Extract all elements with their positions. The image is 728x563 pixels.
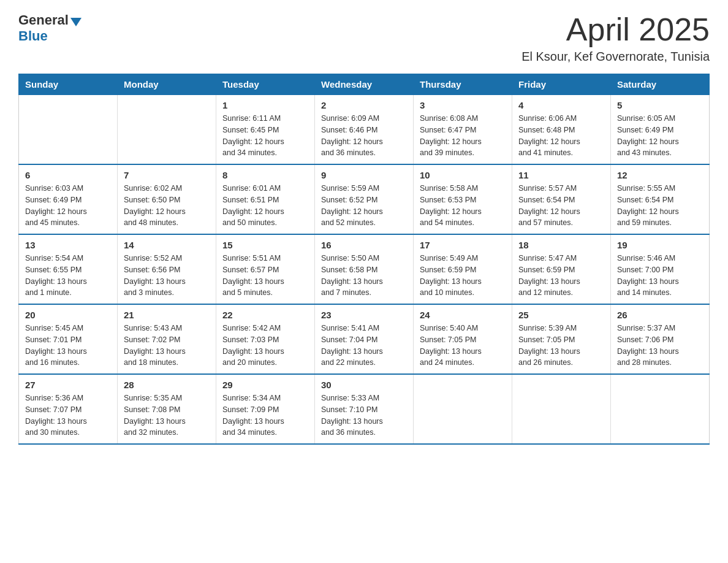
day-info: Sunrise: 5:34 AM Sunset: 7:09 PM Dayligh…	[222, 393, 308, 439]
calendar-cell: 20Sunrise: 5:45 AM Sunset: 7:01 PM Dayli…	[19, 304, 118, 374]
day-info: Sunrise: 5:41 AM Sunset: 7:04 PM Dayligh…	[321, 323, 407, 369]
calendar-week-4: 20Sunrise: 5:45 AM Sunset: 7:01 PM Dayli…	[19, 304, 710, 374]
logo-triangle-icon	[70, 18, 82, 26]
day-number: 10	[420, 170, 506, 180]
calendar-body: 1Sunrise: 6:11 AM Sunset: 6:45 PM Daylig…	[19, 95, 710, 445]
calendar-cell: 6Sunrise: 6:03 AM Sunset: 6:49 PM Daylig…	[19, 164, 118, 234]
header-day-wednesday: Wednesday	[315, 74, 414, 95]
day-info: Sunrise: 5:36 AM Sunset: 7:07 PM Dayligh…	[25, 393, 111, 439]
page-header: General Blue April 2025 El Ksour, Kef Go…	[18, 12, 710, 64]
day-info: Sunrise: 5:54 AM Sunset: 6:55 PM Dayligh…	[25, 253, 111, 299]
day-info: Sunrise: 5:47 AM Sunset: 6:59 PM Dayligh…	[518, 253, 604, 299]
calendar-cell: 12Sunrise: 5:55 AM Sunset: 6:54 PM Dayli…	[611, 164, 710, 234]
day-number: 2	[321, 100, 407, 110]
day-number: 25	[518, 310, 604, 320]
calendar-week-5: 27Sunrise: 5:36 AM Sunset: 7:07 PM Dayli…	[19, 374, 710, 444]
day-number: 11	[518, 170, 604, 180]
header-row: SundayMondayTuesdayWednesdayThursdayFrid…	[19, 74, 710, 95]
logo-blue-text: Blue	[18, 28, 48, 44]
day-info: Sunrise: 5:45 AM Sunset: 7:01 PM Dayligh…	[25, 323, 111, 369]
day-info: Sunrise: 5:59 AM Sunset: 6:52 PM Dayligh…	[321, 183, 407, 229]
day-info: Sunrise: 6:02 AM Sunset: 6:50 PM Dayligh…	[124, 183, 210, 229]
day-info: Sunrise: 6:05 AM Sunset: 6:49 PM Dayligh…	[617, 113, 703, 159]
day-info: Sunrise: 5:46 AM Sunset: 7:00 PM Dayligh…	[617, 253, 703, 299]
day-number: 4	[518, 100, 604, 110]
day-number: 7	[124, 170, 210, 180]
day-number: 30	[321, 380, 407, 390]
calendar-cell: 29Sunrise: 5:34 AM Sunset: 7:09 PM Dayli…	[216, 374, 315, 444]
day-number: 29	[222, 380, 308, 390]
calendar-cell: 17Sunrise: 5:49 AM Sunset: 6:59 PM Dayli…	[414, 234, 512, 304]
day-number: 1	[222, 100, 308, 110]
day-number: 21	[124, 310, 210, 320]
day-info: Sunrise: 5:35 AM Sunset: 7:08 PM Dayligh…	[124, 393, 210, 439]
calendar-week-1: 1Sunrise: 6:11 AM Sunset: 6:45 PM Daylig…	[19, 95, 710, 165]
calendar-cell: 26Sunrise: 5:37 AM Sunset: 7:06 PM Dayli…	[611, 304, 710, 374]
day-number: 28	[124, 380, 210, 390]
day-number: 3	[420, 100, 506, 110]
day-number: 22	[222, 310, 308, 320]
day-info: Sunrise: 6:03 AM Sunset: 6:49 PM Dayligh…	[25, 183, 111, 229]
day-info: Sunrise: 6:06 AM Sunset: 6:48 PM Dayligh…	[518, 113, 604, 159]
day-number: 6	[25, 170, 111, 180]
day-info: Sunrise: 5:57 AM Sunset: 6:54 PM Dayligh…	[518, 183, 604, 229]
day-number: 24	[420, 310, 506, 320]
calendar-cell: 13Sunrise: 5:54 AM Sunset: 6:55 PM Dayli…	[19, 234, 118, 304]
day-number: 27	[25, 380, 111, 390]
day-number: 19	[617, 240, 703, 250]
day-number: 15	[222, 240, 308, 250]
calendar-cell	[19, 95, 118, 165]
header-day-thursday: Thursday	[414, 74, 512, 95]
page-subtitle: El Ksour, Kef Governorate, Tunisia	[521, 50, 710, 64]
day-info: Sunrise: 5:51 AM Sunset: 6:57 PM Dayligh…	[222, 253, 308, 299]
day-info: Sunrise: 5:52 AM Sunset: 6:56 PM Dayligh…	[124, 253, 210, 299]
day-number: 12	[617, 170, 703, 180]
calendar-cell: 2Sunrise: 6:09 AM Sunset: 6:46 PM Daylig…	[315, 95, 414, 165]
calendar-cell: 4Sunrise: 6:06 AM Sunset: 6:48 PM Daylig…	[512, 95, 611, 165]
calendar-cell: 11Sunrise: 5:57 AM Sunset: 6:54 PM Dayli…	[512, 164, 611, 234]
day-info: Sunrise: 5:39 AM Sunset: 7:05 PM Dayligh…	[518, 323, 604, 369]
calendar-cell	[118, 95, 216, 165]
calendar-cell: 27Sunrise: 5:36 AM Sunset: 7:07 PM Dayli…	[19, 374, 118, 444]
header-day-sunday: Sunday	[19, 74, 118, 95]
day-number: 18	[518, 240, 604, 250]
page-title: April 2025	[521, 12, 710, 47]
calendar-cell: 25Sunrise: 5:39 AM Sunset: 7:05 PM Dayli…	[512, 304, 611, 374]
day-info: Sunrise: 5:42 AM Sunset: 7:03 PM Dayligh…	[222, 323, 308, 369]
calendar-week-2: 6Sunrise: 6:03 AM Sunset: 6:49 PM Daylig…	[19, 164, 710, 234]
title-block: April 2025 El Ksour, Kef Governorate, Tu…	[521, 12, 710, 64]
calendar-header: SundayMondayTuesdayWednesdayThursdayFrid…	[19, 74, 710, 95]
calendar-cell: 3Sunrise: 6:08 AM Sunset: 6:47 PM Daylig…	[414, 95, 512, 165]
calendar-cell	[414, 374, 512, 444]
day-number: 16	[321, 240, 407, 250]
day-info: Sunrise: 5:33 AM Sunset: 7:10 PM Dayligh…	[321, 393, 407, 439]
calendar-cell: 28Sunrise: 5:35 AM Sunset: 7:08 PM Dayli…	[118, 374, 216, 444]
day-number: 9	[321, 170, 407, 180]
calendar-cell: 30Sunrise: 5:33 AM Sunset: 7:10 PM Dayli…	[315, 374, 414, 444]
calendar-cell: 14Sunrise: 5:52 AM Sunset: 6:56 PM Dayli…	[118, 234, 216, 304]
day-info: Sunrise: 6:09 AM Sunset: 6:46 PM Dayligh…	[321, 113, 407, 159]
day-number: 20	[25, 310, 111, 320]
day-number: 8	[222, 170, 308, 180]
header-day-monday: Monday	[118, 74, 216, 95]
calendar-cell: 15Sunrise: 5:51 AM Sunset: 6:57 PM Dayli…	[216, 234, 315, 304]
calendar-cell: 10Sunrise: 5:58 AM Sunset: 6:53 PM Dayli…	[414, 164, 512, 234]
day-number: 17	[420, 240, 506, 250]
calendar-cell: 19Sunrise: 5:46 AM Sunset: 7:00 PM Dayli…	[611, 234, 710, 304]
day-number: 13	[25, 240, 111, 250]
calendar-cell: 8Sunrise: 6:01 AM Sunset: 6:51 PM Daylig…	[216, 164, 315, 234]
calendar-cell	[512, 374, 611, 444]
calendar-cell: 16Sunrise: 5:50 AM Sunset: 6:58 PM Dayli…	[315, 234, 414, 304]
day-info: Sunrise: 5:50 AM Sunset: 6:58 PM Dayligh…	[321, 253, 407, 299]
calendar-cell: 18Sunrise: 5:47 AM Sunset: 6:59 PM Dayli…	[512, 234, 611, 304]
day-info: Sunrise: 5:58 AM Sunset: 6:53 PM Dayligh…	[420, 183, 506, 229]
logo: General Blue	[18, 12, 82, 44]
day-number: 26	[617, 310, 703, 320]
day-number: 14	[124, 240, 210, 250]
day-info: Sunrise: 5:49 AM Sunset: 6:59 PM Dayligh…	[420, 253, 506, 299]
calendar-cell: 1Sunrise: 6:11 AM Sunset: 6:45 PM Daylig…	[216, 95, 315, 165]
header-day-saturday: Saturday	[611, 74, 710, 95]
calendar-cell: 21Sunrise: 5:43 AM Sunset: 7:02 PM Dayli…	[118, 304, 216, 374]
header-day-tuesday: Tuesday	[216, 74, 315, 95]
day-info: Sunrise: 5:40 AM Sunset: 7:05 PM Dayligh…	[420, 323, 506, 369]
